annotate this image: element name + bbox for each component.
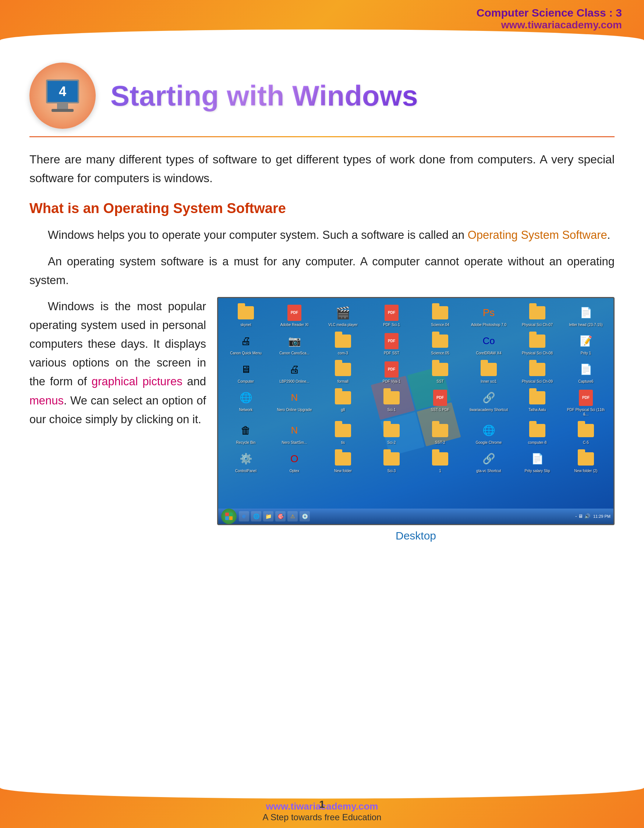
list-item[interactable]: SST-2	[417, 420, 463, 446]
list-item[interactable]: C-5	[563, 420, 609, 446]
folder-icon	[528, 422, 546, 439]
list-item[interactable]: SST	[417, 359, 463, 385]
list-item[interactable]: PDF PDF SST	[368, 331, 415, 357]
app-icon: N	[285, 422, 303, 439]
list-item[interactable]: 📄 letter head (23-7-15)	[563, 303, 609, 329]
windows-desktop: skynet PDF Adobe Reader XI 🎬 VLC media p…	[217, 297, 614, 525]
pdf-icon: PDF	[383, 332, 400, 350]
list-item[interactable]: 1	[417, 448, 463, 475]
list-item[interactable]: PDF PDF Physical Sci (11th &...	[563, 387, 609, 418]
folder-icon	[383, 389, 400, 407]
taskbar-icon-folder[interactable]: 📁	[263, 511, 273, 521]
taskbar-icon-ie[interactable]: e	[239, 511, 249, 521]
taskbar-icon-warning[interactable]: ⚠	[287, 511, 298, 521]
section1-para1-start: Windows helps you to operate your comput…	[48, 229, 468, 242]
section1-heading: What is an Operating System Software	[30, 201, 614, 216]
folder-icon	[577, 450, 595, 468]
chapter-icon-circle: 4	[30, 63, 96, 129]
list-item[interactable]: Science.05	[417, 331, 463, 357]
intro-paragraph: There are many different types of softwa…	[30, 150, 614, 188]
list-item[interactable]: 🖨 LBP2900 Online...	[271, 359, 318, 385]
course-title: Computer Science Class : 3	[476, 6, 622, 19]
vlc-icon: 🎬	[334, 304, 352, 321]
app-icon: O	[285, 450, 303, 468]
taskbar-icon-target[interactable]: 🎯	[275, 511, 285, 521]
folder-icon	[431, 361, 449, 378]
list-item[interactable]: PDF PDF Vya-1	[368, 359, 415, 385]
desktop-caption: Desktop	[217, 530, 614, 542]
folder-icon	[334, 332, 352, 350]
list-item[interactable]: 🗑 Recycle Bin	[223, 420, 269, 446]
list-item[interactable]: Sci-1	[368, 387, 415, 418]
monitor-base	[52, 109, 74, 112]
win-q4	[229, 516, 233, 520]
list-item[interactable]: 📄 Capture6	[563, 359, 609, 385]
folder-icon	[528, 361, 546, 378]
folder-icon	[528, 304, 546, 321]
list-item[interactable]: Sci-2	[368, 420, 415, 446]
app-icon: N	[285, 389, 303, 407]
list-item[interactable]: 🌐 Google Chrome	[465, 420, 512, 446]
list-item[interactable]: Sci-3	[368, 448, 415, 475]
control-panel-icon: ⚙️	[237, 450, 255, 468]
folder-icon	[480, 361, 498, 378]
main-content: 4 Starting with Windows There are many d…	[0, 41, 644, 564]
list-item[interactable]: skynet	[223, 303, 269, 329]
list-item[interactable]: com-3	[320, 331, 366, 357]
folder-icon	[334, 422, 352, 439]
list-item[interactable]: g8	[320, 387, 366, 418]
list-item[interactable]: 🔗 gta-vc Shortcut	[465, 448, 512, 475]
taskbar-icon-media[interactable]: 💿	[299, 511, 310, 521]
list-item[interactable]: PDF PDF Sci-1	[368, 303, 415, 329]
list-item[interactable]: PDF SST-1 PDF	[417, 387, 463, 418]
taskbar-icons-right: - 🖥 🔊	[575, 513, 590, 519]
list-item[interactable]: Inner sci1	[465, 359, 512, 385]
list-item[interactable]: Ps Adobe Photoshop 7.0	[465, 303, 512, 329]
menus-highlight: menus	[30, 394, 64, 407]
list-item[interactable]: N Nero StartSm...	[271, 420, 318, 446]
list-item[interactable]: O Optex	[271, 448, 318, 475]
chapter-header: 4 Starting with Windows	[30, 63, 614, 129]
header-website: www.tiwariacademy.com	[476, 19, 622, 31]
list-item[interactable]: 🎬 VLC media player	[320, 303, 366, 329]
pdf-icon: PDF	[383, 361, 400, 378]
windows-logo-start	[225, 513, 233, 520]
taskbar-icon-browser[interactable]: 🌐	[251, 511, 261, 521]
list-item[interactable]: 🔗 tiwariacademy Shortcut	[465, 387, 512, 418]
list-item[interactable]: PDF Adobe Reader XI	[271, 303, 318, 329]
list-item[interactable]: 🖨 Canon Quick Menu	[223, 331, 269, 357]
list-item[interactable]: 📷 Canon CanoSca...	[271, 331, 318, 357]
chapter-title: Starting with Windows	[110, 79, 418, 113]
chapter-number: 4	[59, 84, 66, 99]
list-item[interactable]: formall	[320, 359, 366, 385]
coreldraw-icon: Co	[480, 332, 498, 350]
list-item[interactable]: 📄 Prity salary Slip	[514, 448, 561, 475]
doc-icon: 📝	[577, 332, 595, 350]
section2-para: Windows is the most popular operating sy…	[30, 297, 206, 429]
list-item[interactable]: tis	[320, 420, 366, 446]
desktop-image-container: skynet PDF Adobe Reader XI 🎬 VLC media p…	[217, 297, 614, 542]
list-item[interactable]: computer-8	[514, 420, 561, 446]
doc-icon: 📄	[528, 450, 546, 468]
list-item[interactable]: Physical Sci Ch-09	[514, 359, 561, 385]
taskbar: e 🌐 📁 🎯 ⚠ 💿 - 🖥 🔊 11:29 PM	[218, 508, 613, 524]
list-item[interactable]: New folder	[320, 448, 366, 475]
list-item[interactable]: N Nero Online Upgrade	[271, 387, 318, 418]
list-item[interactable]: Science.04	[417, 303, 463, 329]
start-button[interactable]	[221, 508, 237, 524]
list-item[interactable]: ⚙️ ControlPanel	[223, 448, 269, 475]
list-item[interactable]: Physical Sci Ch-07	[514, 303, 561, 329]
list-item[interactable]: 📝 Prity 1	[563, 331, 609, 357]
doc-icon: 📄	[577, 304, 595, 321]
list-item[interactable]: Physical Sci Ch-08	[514, 331, 561, 357]
list-item[interactable]: New folder (2)	[563, 448, 609, 475]
taskbar-right: - 🖥 🔊 11:29 PM	[575, 513, 611, 519]
recycle-bin-icon: 🗑	[237, 422, 255, 439]
header-area: Computer Science Class : 3 www.tiwariaca…	[476, 6, 622, 31]
list-item[interactable]: Co CorelDRAW X4	[465, 331, 512, 357]
folder-icon	[383, 450, 400, 468]
list-item[interactable]: 🌐 Network	[223, 387, 269, 418]
divider-line	[30, 136, 614, 137]
list-item[interactable]: Tatha Aatu	[514, 387, 561, 418]
list-item[interactable]: 🖥 Computer	[223, 359, 269, 385]
